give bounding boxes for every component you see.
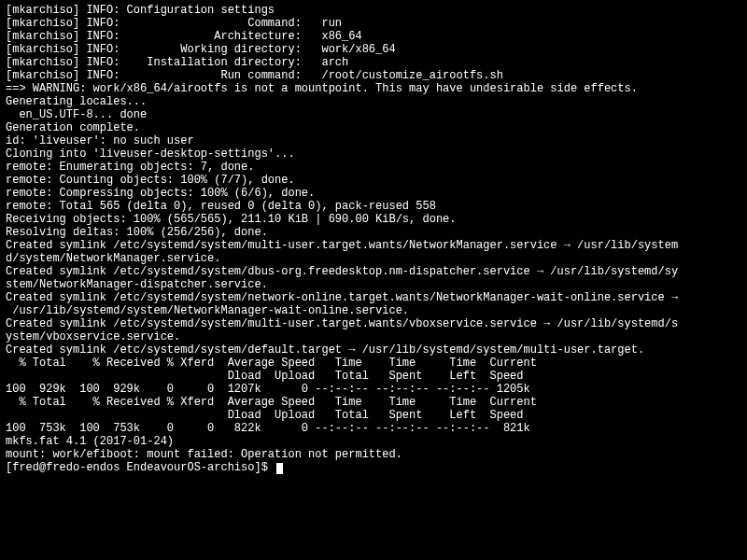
output-line: Created symlink /etc/systemd/system/defa… [6,343,741,357]
output-line: remote: Total 565 (delta 0), reused 0 (d… [6,200,741,213]
output-line: en_US.UTF-8... done [6,108,741,121]
output-line: remote: Counting objects: 100% (7/7), do… [6,174,741,187]
output-line: d/system/NetworkManager.service. [6,252,741,265]
output-line: ystem/vboxservice.service. [6,330,741,343]
output-line: Receiving objects: 100% (565/565), 211.1… [6,213,741,226]
output-line: [mkarchiso] INFO: Architecture: x86_64 [6,30,741,43]
output-line: Created symlink /etc/systemd/system/mult… [6,239,741,252]
output-line: Generation complete. [6,121,741,134]
output-line: 100 929k 100 929k 0 0 1207k 0 --:--:-- -… [6,383,741,396]
output-line: [mkarchiso] INFO: Command: run [6,17,741,30]
output-line: stem/NetworkManager-dispatcher.service. [6,278,741,291]
output-line: [mkarchiso] INFO: Configuration settings [6,4,741,17]
output-line: Created symlink /etc/systemd/system/mult… [6,317,741,330]
output-line: remote: Enumerating objects: 7, done. [6,161,741,174]
output-line: mkfs.fat 4.1 (2017-01-24) [6,435,741,448]
output-line: /usr/lib/systemd/system/NetworkManager-w… [6,304,741,317]
output-line: Generating locales... [6,95,741,108]
cursor [276,463,283,474]
output-line: 100 753k 100 753k 0 0 822k 0 --:--:-- --… [6,422,741,435]
output-line: id: 'liveuser': no such user [6,134,741,147]
output-line: % Total % Received % Xferd Average Speed… [6,357,741,370]
shell-prompt: [fred@fredo-endos EndeavourOS-archiso]$ [6,461,741,474]
output-line: [mkarchiso] INFO: Run command: /root/cus… [6,69,741,82]
output-line: Resolving deltas: 100% (256/256), done. [6,226,741,239]
output-line: Created symlink /etc/systemd/system/netw… [6,291,741,304]
output-line: Dload Upload Total Spent Left Speed [6,370,741,383]
output-line: Dload Upload Total Spent Left Speed [6,409,741,422]
output-line: [mkarchiso] INFO: Installation directory… [6,56,741,69]
output-line: Cloning into 'liveuser-desktop-settings'… [6,147,741,161]
output-line: ==> WARNING: work/x86_64/airootfs is not… [6,82,741,95]
output-line: mount: work/efiboot: mount failed: Opera… [6,448,741,461]
terminal-output[interactable]: [mkarchiso] INFO: Configuration settings… [0,0,747,478]
output-line: Created symlink /etc/systemd/system/dbus… [6,265,741,278]
output-line: % Total % Received % Xferd Average Speed… [6,396,741,409]
output-line: [mkarchiso] INFO: Working directory: wor… [6,43,741,56]
output-line: remote: Compressing objects: 100% (6/6),… [6,187,741,200]
